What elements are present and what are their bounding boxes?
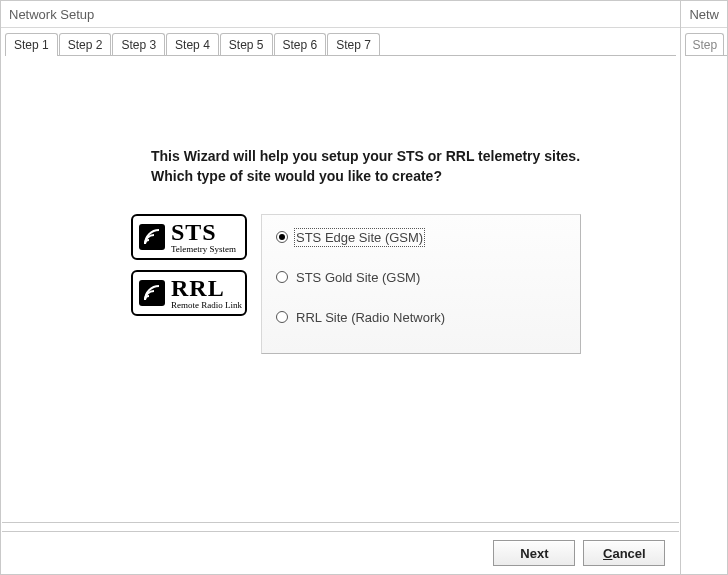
- secondary-tab-step[interactable]: Step: [685, 33, 724, 56]
- tab-step-2[interactable]: Step 2: [59, 33, 112, 56]
- radio-rrl[interactable]: [276, 311, 288, 323]
- app-root: Network Setup Step 1 Step 2 Step 3 Step …: [0, 0, 728, 575]
- secondary-window: Netw Step: [681, 0, 728, 575]
- signal-icon: [139, 224, 165, 250]
- secondary-window-title: Netw: [681, 1, 727, 28]
- main-window: Network Setup Step 1 Step 2 Step 3 Step …: [0, 0, 681, 575]
- option-rrl[interactable]: RRL Site (Radio Network): [276, 307, 566, 327]
- sts-logo: STS Telemetry System: [131, 214, 247, 260]
- option-sts-edge[interactable]: STS Edge Site (GSM): [276, 227, 566, 247]
- wizard-footer: Next Cancel: [2, 532, 679, 574]
- wizard-instructions: This Wizard will help you setup your STS…: [151, 146, 580, 186]
- option-sts-gold-label: STS Gold Site (GSM): [296, 270, 420, 285]
- option-rrl-label: RRL Site (Radio Network): [296, 310, 445, 325]
- rrl-logo: RRL Remote Radio Link: [131, 270, 247, 316]
- sts-logo-subtitle: Telemetry System: [171, 245, 236, 254]
- secondary-tabstrip: Step: [681, 28, 727, 56]
- tab-step-6[interactable]: Step 6: [274, 33, 327, 56]
- option-sts-edge-label: STS Edge Site (GSM): [296, 230, 423, 245]
- site-type-group: STS Edge Site (GSM) STS Gold Site (GSM) …: [261, 214, 581, 354]
- wizard-instruction-line-1: This Wizard will help you setup your STS…: [151, 146, 580, 166]
- rrl-logo-subtitle: Remote Radio Link: [171, 301, 242, 310]
- wizard-tabstrip: Step 1 Step 2 Step 3 Step 4 Step 5 Step …: [1, 28, 680, 56]
- wizard-instruction-line-2: Which type of site would you like to cre…: [151, 166, 580, 186]
- tab-step-1[interactable]: Step 1: [5, 33, 58, 56]
- tab-step-5[interactable]: Step 5: [220, 33, 273, 56]
- wizard-content: This Wizard will help you setup your STS…: [1, 56, 680, 574]
- sts-logo-name: STS: [171, 220, 236, 244]
- radio-sts-gold[interactable]: [276, 271, 288, 283]
- tab-step-3[interactable]: Step 3: [112, 33, 165, 56]
- window-title-bar: Network Setup: [1, 1, 680, 28]
- tab-step-7[interactable]: Step 7: [327, 33, 380, 56]
- tab-step-4[interactable]: Step 4: [166, 33, 219, 56]
- signal-icon: [139, 280, 165, 306]
- radio-sts-edge[interactable]: [276, 231, 288, 243]
- product-logos: STS Telemetry System RRL Remote: [131, 214, 249, 326]
- footer-separator: [2, 522, 679, 532]
- window-title: Network Setup: [9, 7, 94, 22]
- next-button[interactable]: Next: [493, 540, 575, 566]
- option-sts-gold[interactable]: STS Gold Site (GSM): [276, 267, 566, 287]
- rrl-logo-name: RRL: [171, 276, 242, 300]
- cancel-button[interactable]: Cancel: [583, 540, 665, 566]
